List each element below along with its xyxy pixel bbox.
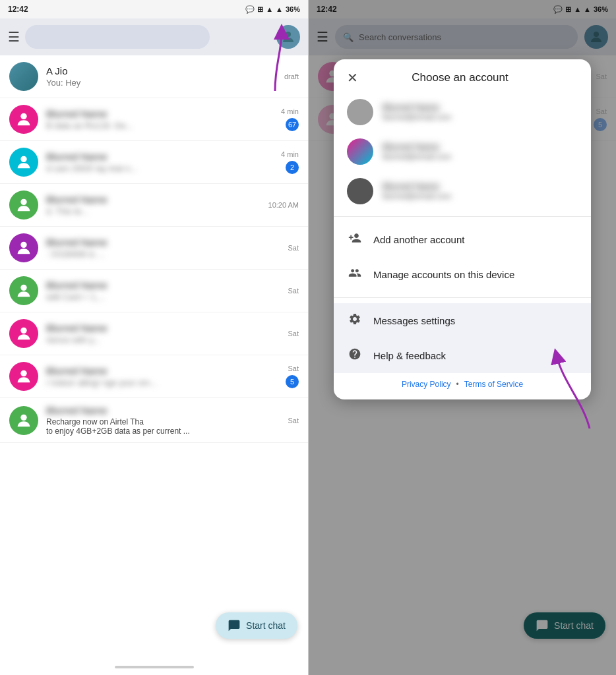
name-conv6: Blurred Name xyxy=(46,279,288,291)
add-account-icon xyxy=(347,231,363,248)
content-conv7: Blurred Name rience with y... xyxy=(46,322,288,345)
name-conv4: Blurred Name xyxy=(46,194,268,205)
svg-point-2 xyxy=(20,156,26,162)
account-avatar-1 xyxy=(347,99,373,125)
modal-overlay: ✕ Choose an account Blurred Name blurred… xyxy=(309,0,616,675)
account-item-3[interactable]: Blurred Name blurred@email.com xyxy=(334,171,591,211)
preview-conv5: : XX28406 is ... xyxy=(46,249,288,259)
time-conv4: 10:20 AM xyxy=(268,201,299,209)
meta-conv4: 10:20 AM xyxy=(268,201,299,209)
add-account-menu-item[interactable]: Add another account xyxy=(334,222,591,257)
badge-conv3: 2 xyxy=(286,161,299,174)
manage-accounts-label: Manage accounts on this device xyxy=(373,269,514,280)
svg-point-1 xyxy=(20,113,26,119)
name-conv7: Blurred Name xyxy=(46,322,288,334)
privacy-policy-link[interactable]: Privacy Policy xyxy=(402,380,451,389)
help-feedback-label: Help & feedback xyxy=(373,350,446,361)
content-conv2: Blurred Name B data as Rs118. Ge... xyxy=(46,108,281,131)
profile-avatar-left[interactable] xyxy=(276,25,300,49)
preview-conv4: d. This te... xyxy=(46,206,268,216)
meta-conv8: Sat 5 xyxy=(286,365,299,388)
hamburger-icon[interactable]: ☰ xyxy=(8,29,20,45)
avatar-conv5 xyxy=(9,233,38,262)
content-conv3: Blurred Name d cam 2003! lay trial n... xyxy=(46,151,281,173)
meta-conv6: Sat xyxy=(288,287,299,295)
name-conv5: Blurred Name xyxy=(46,237,288,248)
account-item-1[interactable]: Blurred Name blurred@email.com xyxy=(334,92,591,132)
conv-item-5[interactable]: Blurred Name : XX28406 is ... Sat xyxy=(0,227,308,270)
preview-conv8: r indoor alling! nge your sm... xyxy=(46,378,286,388)
messages-settings-label: Messages settings xyxy=(373,315,455,326)
manage-accounts-menu-item[interactable]: Manage accounts on this device xyxy=(334,257,591,292)
status-bar-left: 12:42 💬 ⊞ ▲ ▲ 36% xyxy=(0,0,308,18)
home-indicator-left xyxy=(0,659,308,675)
account-email-1: blurred@email.com xyxy=(383,113,578,122)
name-conv2: Blurred Name xyxy=(46,108,281,119)
conv-item-9[interactable]: Blurred Name Recharge now on Airtel That… xyxy=(0,398,308,443)
jio-draft: draft xyxy=(284,73,299,80)
preview-conv7: rience with y... xyxy=(46,335,288,345)
preview-conv2: B data as Rs118. Ge... xyxy=(46,121,281,131)
jio-name: A Jio xyxy=(46,65,284,76)
help-feedback-menu-item[interactable]: Help & feedback xyxy=(334,338,591,373)
chat-icon-left xyxy=(228,619,241,632)
account-name-3: Blurred Name xyxy=(383,181,578,192)
modal-divider-2 xyxy=(334,297,591,298)
content-conv8: Blurred Name r indoor alling! nge your s… xyxy=(46,365,286,388)
status-icons-left: 💬 ⊞ ▲ ▲ 36% xyxy=(245,5,300,14)
account-email-3: blurred@email.com xyxy=(383,192,578,201)
account-item-2[interactable]: Blurred Name blurred@email.com xyxy=(334,132,591,171)
home-bar-left xyxy=(115,666,194,668)
meta-conv7: Sat xyxy=(288,330,299,338)
start-chat-label-left: Start chat xyxy=(246,620,286,631)
time-conv2: 4 min xyxy=(281,107,299,115)
time-conv9: Sat xyxy=(288,417,299,425)
svg-point-0 xyxy=(286,32,291,37)
start-chat-fab-left[interactable]: Start chat xyxy=(216,612,297,639)
svg-point-7 xyxy=(20,370,26,376)
conv-item-7[interactable]: Blurred Name rience with y... Sat xyxy=(0,312,308,355)
time-left: 12:42 xyxy=(8,5,28,14)
wifi-icon: ▲ xyxy=(266,5,273,13)
time-conv5: Sat xyxy=(288,244,299,252)
footer-separator: • xyxy=(456,380,459,389)
account-info-1: Blurred Name blurred@email.com xyxy=(383,102,578,122)
avatar-conv8 xyxy=(9,362,38,391)
conv-item-6[interactable]: Blurred Name edit Card + 1,... Sat xyxy=(0,270,308,312)
account-name-2: Blurred Name xyxy=(383,142,578,152)
conv-item-8[interactable]: Blurred Name r indoor alling! nge your s… xyxy=(0,355,308,398)
search-bar-placeholder[interactable] xyxy=(25,25,210,49)
account-avatar-3 xyxy=(347,178,373,204)
svg-point-8 xyxy=(20,414,26,420)
modal-close-button[interactable]: ✕ xyxy=(347,70,358,86)
conv-item-jio[interactable]: A Jio You: Hey draft xyxy=(0,55,308,98)
help-icon xyxy=(347,347,363,364)
signal-icon: ▲ xyxy=(276,5,283,13)
time-conv3: 4 min xyxy=(281,150,299,158)
svg-point-5 xyxy=(20,285,26,291)
meta-conv9: Sat xyxy=(288,417,299,425)
svg-point-4 xyxy=(20,242,26,248)
meta-conv3: 4 min 2 xyxy=(281,150,299,174)
conv-item-4[interactable]: Blurred Name d. This te... 10:20 AM xyxy=(0,184,308,227)
conv-item-2[interactable]: Blurred Name B data as Rs118. Ge... 4 mi… xyxy=(0,98,308,141)
whatsapp-icon: 💬 xyxy=(245,5,255,14)
settings-icon xyxy=(347,312,363,329)
preview-conv3: d cam 2003! lay trial n... xyxy=(46,163,281,173)
account-info-3: Blurred Name blurred@email.com xyxy=(383,181,578,201)
conv-item-3[interactable]: Blurred Name d cam 2003! lay trial n... … xyxy=(0,141,308,184)
grid-icon: ⊞ xyxy=(257,5,263,14)
badge-conv2: 67 xyxy=(286,118,299,131)
messages-settings-menu-item[interactable]: Messages settings xyxy=(334,303,591,338)
content-conv4: Blurred Name d. This te... xyxy=(46,194,268,216)
terms-service-link[interactable]: Terms of Service xyxy=(464,380,523,389)
avatar-conv6 xyxy=(9,276,38,305)
meta-conv5: Sat xyxy=(288,244,299,252)
toolbar-left-side: ☰ xyxy=(8,25,210,49)
right-phone-panel: 12:42 💬 ⊞ ▲ ▲ 36% ☰ 🔍 Search conversatio… xyxy=(308,0,616,675)
avatar-conv2 xyxy=(9,105,38,134)
modal-divider-1 xyxy=(334,216,591,217)
modal-header: ✕ Choose an account xyxy=(334,59,591,92)
content-conv5: Blurred Name : XX28406 is ... xyxy=(46,237,288,259)
time-conv6: Sat xyxy=(288,287,299,295)
